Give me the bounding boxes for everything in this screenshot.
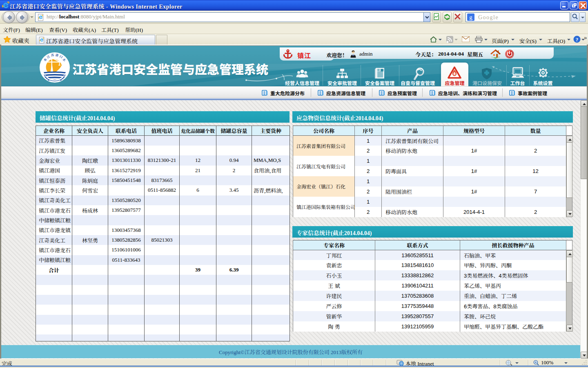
svg-text:?: ?: [576, 36, 579, 43]
